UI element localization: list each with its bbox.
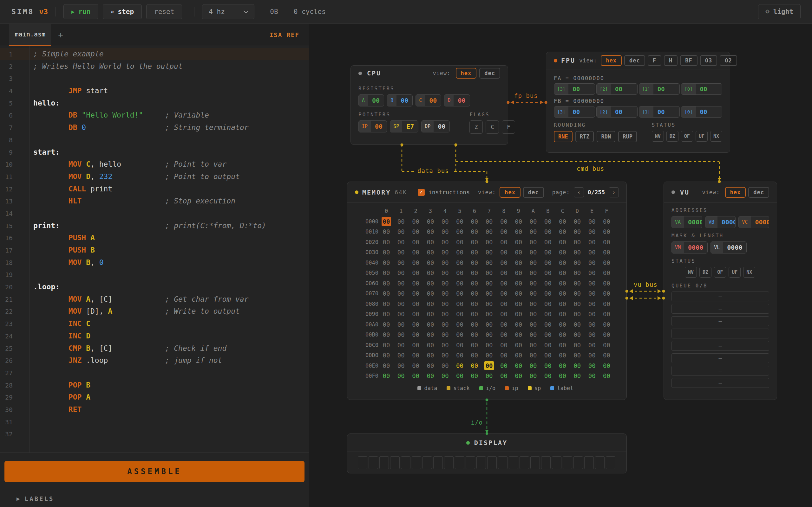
line-number: 21 [0, 293, 29, 306]
rounding-option-RUP[interactable]: RUP [618, 131, 637, 142]
code-line: 16 PUSH A [0, 232, 309, 244]
reset-button[interactable]: reset [146, 4, 182, 19]
view-option-hex[interactable]: hex [601, 55, 622, 66]
labels-toggle[interactable]: ▶ LABELS [0, 490, 309, 507]
memory-cell: 00 [455, 258, 464, 267]
memory-cell: 00 [514, 248, 523, 257]
tab-main-asm[interactable]: main.asm [9, 24, 51, 46]
legend-item-sp: sp [528, 385, 541, 391]
speed-select[interactable]: 4 hz [202, 4, 254, 19]
memory-cell: 00 [484, 299, 494, 308]
view-option-BF[interactable]: BF [680, 55, 697, 66]
view-option-O2[interactable]: O2 [720, 55, 737, 66]
view-option-dec[interactable]: dec [624, 55, 645, 66]
register-name: B [387, 95, 397, 106]
legend-item-data: data [417, 385, 437, 391]
gutter-divider [29, 46, 30, 452]
step-button[interactable]: » step [103, 4, 142, 19]
fpu-view-switch: hexdecFHBFO3O2 [601, 55, 737, 66]
code-text: start: [29, 148, 60, 156]
vu-status-flag-DZ: DZ [699, 267, 711, 278]
page-prev-button[interactable]: ‹ [574, 187, 584, 198]
view-option-dec[interactable]: dec [748, 187, 769, 198]
data-bus-line [401, 144, 489, 183]
reset-button-label: reset [154, 8, 174, 15]
assemble-button[interactable]: ASSEMBLE [4, 461, 305, 482]
code-token: ; Point to output [165, 172, 240, 181]
rounding-option-RDN[interactable]: RDN [597, 131, 615, 142]
theme-toggle[interactable]: ☼ light [758, 4, 801, 19]
vu-bus-label: vu bus [634, 281, 658, 288]
memory-cell: 00 [396, 351, 406, 360]
memory-cell: 00 [514, 217, 523, 226]
code-line: 22 MOV [D], A ; Write to output [0, 305, 309, 318]
memory-cell: 00 [602, 268, 611, 277]
view-option-dec[interactable]: dec [523, 187, 544, 198]
memory-cell: 00 [528, 341, 538, 349]
code-line: 10 MOV C, hello ; Point to var [0, 158, 309, 170]
memory-cell: 00 [602, 248, 611, 257]
register-name: SP [390, 121, 402, 132]
view-option-O3[interactable]: O3 [700, 55, 717, 66]
add-tab-button[interactable]: + [51, 24, 70, 46]
memory-cell: 00 [484, 279, 494, 288]
line-number: 24 [0, 330, 29, 343]
memory-cell: 00 [396, 361, 406, 370]
memory-cell: 00 [572, 217, 582, 226]
view-option-H[interactable]: H [664, 55, 677, 66]
memory-cell: 00 [514, 238, 523, 246]
memory-cell: 00 [470, 351, 479, 360]
register-D: D00 [444, 95, 470, 107]
code-token: ; Get char from var [165, 295, 248, 303]
memory-cell: 00 [602, 299, 611, 308]
memory-cell: 00 [572, 227, 582, 236]
view-option-hex[interactable]: hex [456, 68, 477, 78]
memory-cell: 00 [440, 248, 450, 257]
view-option-dec[interactable]: dec [479, 68, 500, 78]
view-option-F[interactable]: F [648, 55, 661, 66]
memory-cell: 00 [514, 268, 523, 277]
isa-ref-link[interactable]: ISA REF [270, 32, 309, 38]
memory-cell: 00 [499, 361, 508, 370]
memory-cell: 00 [484, 258, 494, 267]
legend-item-ip: ip [505, 385, 518, 391]
rounding-option-RTZ[interactable]: RTZ [575, 131, 594, 142]
code-line: 14 [0, 207, 309, 220]
code-line: 12 CALL print [0, 183, 309, 195]
code-text: CMP B, [C] ; Check if end [29, 344, 226, 352]
memory-col-header: E [587, 207, 597, 216]
memory-cell: 00 [396, 217, 406, 226]
toolbar-divider [262, 7, 262, 16]
vu-address-VC: VC0000 [739, 216, 769, 228]
memory-cell: 00 [411, 289, 420, 298]
memory-cell: 00 [572, 330, 582, 339]
memory-cell: 00 [572, 361, 582, 370]
register-name: VB [705, 216, 717, 228]
io-bus-label: i/o [466, 419, 483, 426]
pointers-label: POINTERS [358, 112, 450, 118]
page-next-button[interactable]: › [609, 187, 619, 198]
memory-cell: 00 [426, 217, 435, 226]
memory-cell: 00 [528, 309, 538, 319]
instructions-checkbox[interactable]: ✓ [418, 189, 425, 196]
memory-cell: 00 [602, 351, 611, 360]
memory-row: 00B000000000000000000000000000000000 [364, 330, 626, 340]
view-option-hex[interactable]: hex [500, 187, 520, 198]
memory-cell: 00 [499, 341, 508, 349]
view-option-hex[interactable]: hex [725, 187, 746, 198]
memory-cell: 00 [514, 361, 523, 370]
memory-col-header: B [543, 207, 553, 216]
rounding-option-RNE[interactable]: RNE [554, 131, 572, 142]
memory-col-header: 0 [382, 207, 391, 216]
code-editor[interactable]: 1; Simple example2; Writes Hello World t… [0, 46, 309, 452]
memory-col-header: 3 [426, 207, 435, 216]
run-button[interactable]: ▶ run [63, 4, 98, 19]
page-label: page: [552, 189, 570, 195]
code-token [82, 258, 86, 267]
fpu-status-block: STATUS NVDZOFUFNX [652, 122, 722, 142]
memory-col-header: 1 [396, 207, 406, 216]
memory-cell: 00 [528, 361, 538, 370]
code-token [33, 381, 68, 389]
memory-cell: 00 [528, 299, 538, 308]
mask-length-label: MASK & LENGTH [671, 233, 769, 239]
